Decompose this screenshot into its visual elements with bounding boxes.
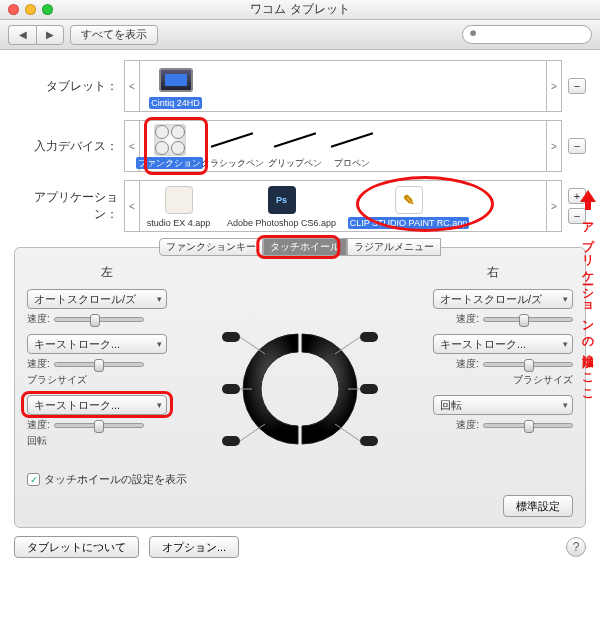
tablet-item-cintiq[interactable]: Cintiq 24HD [140, 61, 212, 111]
right-func2-slider[interactable] [483, 362, 573, 367]
left-func2-slider[interactable] [54, 362, 144, 367]
checkbox-label: タッチホイールの設定を表示 [44, 472, 187, 487]
device-item-grip-pen[interactable]: グリップペン [265, 121, 325, 171]
tablet-icon [159, 68, 193, 92]
app-prev-button[interactable]: < [124, 180, 140, 232]
speed-label: 速度: [456, 418, 479, 432]
toolbar: ◀ ▶ すべてを表示 [0, 20, 600, 50]
show-settings-checkbox[interactable]: ✓ [27, 473, 40, 486]
app-label: アプリケーション： [14, 189, 124, 223]
svg-rect-2 [222, 384, 240, 394]
left-func2-sub: ブラシサイズ [27, 373, 187, 387]
right-func1-slider[interactable] [483, 317, 573, 322]
app-item-clip-studio[interactable]: ✎ CLIP STUDIO PAINT RC.app [346, 181, 472, 231]
device-item-classic-pen[interactable]: クラシックペン [200, 121, 265, 171]
tablet-section: タブレット： < Cintiq 24HD > − [14, 60, 586, 112]
svg-rect-5 [360, 384, 378, 394]
left-func3-dropdown[interactable]: キーストローク... [27, 395, 167, 415]
pen-icon [207, 123, 257, 157]
left-func1-slider[interactable] [54, 317, 144, 322]
options-button[interactable]: オプション... [149, 536, 239, 558]
show-all-button[interactable]: すべてを表示 [70, 25, 158, 45]
tablet-remove-button[interactable]: − [568, 78, 586, 94]
svg-line-10 [335, 337, 360, 354]
right-title: 右 [413, 264, 573, 281]
tablet-label: タブレット： [14, 78, 124, 95]
left-side: 左 オートスクロール/ズ 速度: キーストローク... 速度: ブラシサイズ キ… [27, 264, 187, 456]
app-icon-ps: Ps [268, 186, 296, 214]
speed-label: 速度: [27, 418, 50, 432]
settings-panel: 左 オートスクロール/ズ 速度: キーストローク... 速度: ブラシサイズ キ… [14, 247, 586, 528]
search-icon [469, 29, 480, 40]
function-icon [154, 124, 186, 156]
right-func1-dropdown[interactable]: オートスクロール/ズ [433, 289, 573, 309]
svg-line-12 [335, 424, 360, 441]
touch-wheel-graphic [210, 314, 390, 474]
device-item-pro-pen[interactable]: プロペン [325, 121, 380, 171]
device-item-function[interactable]: ファンクション [140, 121, 200, 171]
pen-icon [270, 123, 320, 157]
left-func3-sub: 回転 [27, 434, 187, 448]
left-func1-dropdown[interactable]: オートスクロール/ズ [27, 289, 167, 309]
svg-line-7 [240, 337, 265, 354]
forward-button[interactable]: ▶ [36, 25, 64, 45]
window-titlebar: ワコム タブレット [0, 0, 600, 20]
window-title: ワコム タブレット [0, 1, 600, 18]
right-func3-slider[interactable] [483, 423, 573, 428]
svg-rect-3 [222, 436, 240, 446]
back-button[interactable]: ◀ [8, 25, 36, 45]
app-icon-ex [165, 186, 193, 214]
pen-icon [327, 123, 377, 157]
left-func2-dropdown[interactable]: キーストローク... [27, 334, 167, 354]
svg-rect-1 [222, 332, 240, 342]
tab-function-keys[interactable]: ファンクションキー [159, 238, 263, 256]
tablet-next-button[interactable]: > [546, 60, 562, 112]
svg-rect-4 [360, 332, 378, 342]
left-func3-slider[interactable] [54, 423, 144, 428]
app-item-photoshop[interactable]: Ps Adobe Photoshop CS6.app [218, 181, 346, 231]
annotation-arrow: アプリケーションの追加はここ [579, 190, 596, 396]
speed-label: 速度: [456, 357, 479, 371]
speed-label: 速度: [27, 357, 50, 371]
device-section: 入力デバイス： < ファンクション クラシックペン グリップペン プロペン > … [14, 120, 586, 172]
app-section: アプリケーション： < studio EX 4.app Ps Adobe Pho… [14, 180, 586, 232]
app-icon-csp: ✎ [395, 186, 423, 214]
device-label: 入力デバイス： [14, 138, 124, 155]
speed-label: 速度: [27, 312, 50, 326]
tabs: ファンクションキー タッチホイール ラジアルメニュー [14, 238, 586, 256]
help-button[interactable]: ? [566, 537, 586, 557]
speed-label: 速度: [456, 312, 479, 326]
app-item-studio-ex[interactable]: studio EX 4.app [140, 181, 218, 231]
svg-line-9 [240, 424, 265, 441]
right-side: 右 オートスクロール/ズ 速度: キーストローク... 速度: ブラシサイズ 回… [413, 264, 573, 456]
about-tablet-button[interactable]: タブレットについて [14, 536, 139, 558]
default-settings-button[interactable]: 標準設定 [503, 495, 573, 517]
device-remove-button[interactable]: − [568, 138, 586, 154]
tablet-prev-button[interactable]: < [124, 60, 140, 112]
tab-touch-wheel[interactable]: タッチホイール [263, 238, 347, 256]
right-func2-dropdown[interactable]: キーストローク... [433, 334, 573, 354]
svg-rect-6 [360, 436, 378, 446]
tab-radial-menu[interactable]: ラジアルメニュー [347, 238, 441, 256]
device-next-button[interactable]: > [546, 120, 562, 172]
show-settings-checkbox-row: ✓ タッチホイールの設定を表示 [27, 472, 573, 487]
left-title: 左 [27, 264, 187, 281]
right-func3-dropdown[interactable]: 回転 [433, 395, 573, 415]
right-func2-sub: ブラシサイズ [513, 373, 573, 387]
app-next-button[interactable]: > [546, 180, 562, 232]
search-input[interactable] [462, 25, 592, 44]
